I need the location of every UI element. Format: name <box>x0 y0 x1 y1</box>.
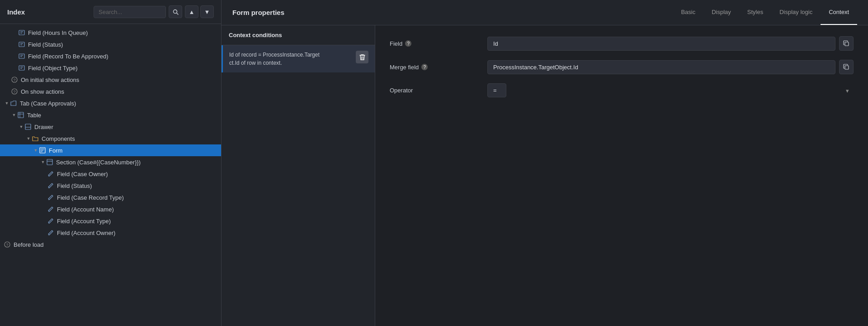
tree-item-tab-case-approvals[interactable]: ▼ Tab (Case Approvals) <box>0 97 221 109</box>
tree-item-label: Form <box>49 147 217 154</box>
field-input-wrap <box>487 36 854 51</box>
caret-icon: ▼ <box>11 112 17 118</box>
tab-display-logic[interactable]: Display logic <box>771 0 821 25</box>
condition-text: Id of record = ProcessInstance.Targetct.… <box>229 51 352 67</box>
merge-field-label: Merge field ? <box>390 64 480 71</box>
delete-condition-button[interactable] <box>356 51 368 63</box>
tree-item-section[interactable]: ▼ Section (Case#{{CaseNumber}}) <box>0 156 221 168</box>
tree-item-label: On show actions <box>21 88 217 95</box>
form-properties-title: Form properties <box>232 9 284 16</box>
tree-item-initial-show-actions[interactable]: ? On initial show actions <box>0 74 221 86</box>
tree-item-label: Field (Account Owner) <box>57 230 217 236</box>
conditions-panel: Context conditions Id of record = Proces… <box>222 25 375 326</box>
tree-item-field-account-type[interactable]: Field (Account Type) <box>0 215 221 227</box>
tree-item-field-case-record-type[interactable]: Field (Case Record Type) <box>0 192 221 203</box>
tree-item-label: Drawer <box>34 124 217 130</box>
merge-field-input-wrap <box>487 60 854 74</box>
help-icon: ? <box>4 241 11 248</box>
field-edit-icon <box>47 194 54 201</box>
tree-container: Field (Hours In Queue) Field (Status) Fi… <box>0 24 221 326</box>
field-edit-icon <box>47 206 54 213</box>
field-copy-button[interactable] <box>839 36 854 51</box>
help-icon: ? <box>11 76 18 83</box>
properties-panel: Field ? Merge field ? <box>375 25 868 326</box>
tab-styles[interactable]: Styles <box>739 0 771 25</box>
search-area: ▲ ▼ <box>94 5 214 18</box>
svg-rect-5 <box>19 42 24 47</box>
caret-icon: ▼ <box>40 159 46 165</box>
tree-item-show-actions[interactable]: ? On show actions <box>0 86 221 97</box>
tab-icon <box>10 100 17 107</box>
tree-item-form[interactable]: ▼ Form <box>0 144 221 156</box>
tree-item-label: Field (Account Type) <box>57 218 217 225</box>
svg-text:?: ? <box>6 243 8 247</box>
field-icon <box>18 53 25 60</box>
right-content: Context conditions Id of record = Proces… <box>222 25 868 326</box>
tree-item-field-record-approved[interactable]: Field (Record To Be Approved) <box>0 50 221 62</box>
tree-item-field-hours-queue[interactable]: Field (Hours In Queue) <box>0 27 221 38</box>
tab-display[interactable]: Display <box>703 0 739 25</box>
tree-item-field-object-type[interactable]: Field (Object Type) <box>0 62 221 74</box>
tab-context[interactable]: Context <box>821 0 857 25</box>
arrow-up-button[interactable]: ▲ <box>185 5 198 18</box>
svg-text:?: ? <box>13 78 15 82</box>
search-button[interactable] <box>169 5 182 18</box>
search-input[interactable] <box>94 6 166 18</box>
field-help-icon[interactable]: ? <box>405 40 411 47</box>
svg-line-1 <box>176 13 178 14</box>
svg-text:?: ? <box>13 90 15 94</box>
right-panel: Form properties Basic Display Styles Dis… <box>222 0 868 326</box>
tree-item-before-load[interactable]: ? Before load <box>0 239 221 250</box>
search-input-wrap <box>94 6 166 18</box>
svg-rect-27 <box>47 159 52 165</box>
tree-item-label: Field (Hours In Queue) <box>28 29 217 36</box>
caret-icon: ▼ <box>25 135 32 142</box>
tree-item-field-status-2[interactable]: Field (Status) <box>0 180 221 192</box>
operator-select-wrap: = != < > <= >= <box>487 83 854 97</box>
arrow-down-button[interactable]: ▼ <box>200 5 214 18</box>
tree-item-field-account-owner[interactable]: Field (Account Owner) <box>0 227 221 239</box>
left-panel: Index ▲ ▼ Field (Hours In Que <box>0 0 222 326</box>
index-title: Index <box>7 8 25 16</box>
caret-icon: ▼ <box>18 124 24 130</box>
tree-item-label: Before load <box>14 241 217 248</box>
tree-item-label: Field (Status) <box>28 41 217 48</box>
drawer-icon <box>24 123 32 130</box>
field-icon <box>18 29 25 36</box>
field-label: Field ? <box>390 40 480 47</box>
field-edit-icon <box>47 182 54 189</box>
operator-select[interactable]: = != < > <= >= <box>487 83 506 97</box>
merge-field-prop-row: Merge field ? <box>390 60 854 74</box>
merge-field-help-icon[interactable]: ? <box>421 64 428 70</box>
tree-item-field-case-owner[interactable]: Field (Case Owner) <box>0 168 221 180</box>
field-edit-icon <box>47 229 54 236</box>
tree-item-label: Field (Case Record Type) <box>57 194 217 201</box>
section-icon <box>46 158 53 166</box>
tree-item-components[interactable]: ▼ Components <box>0 133 221 144</box>
tree-item-field-account-name[interactable]: Field (Account Name) <box>0 203 221 215</box>
merge-field-input[interactable] <box>487 60 835 74</box>
tree-item-label: Field (Status) <box>57 182 217 189</box>
tree-item-label: On initial show actions <box>21 77 217 83</box>
table-icon <box>17 111 24 119</box>
tree-item-label: Field (Record To Be Approved) <box>28 53 217 60</box>
tree-item-field-status-1[interactable]: Field (Status) <box>0 38 221 50</box>
field-prop-row: Field ? <box>390 36 854 51</box>
merge-field-copy-button[interactable] <box>839 60 854 74</box>
field-edit-icon <box>47 217 54 225</box>
tab-basic[interactable]: Basic <box>673 0 703 25</box>
condition-item[interactable]: Id of record = ProcessInstance.Targetct.… <box>222 45 375 72</box>
tree-item-label: Table <box>27 112 217 119</box>
svg-rect-39 <box>845 42 849 46</box>
form-icon <box>39 147 46 154</box>
field-icon <box>18 64 25 72</box>
svg-rect-11 <box>19 66 24 70</box>
help-icon: ? <box>11 88 18 95</box>
tree-item-table[interactable]: ▼ Table <box>0 109 221 121</box>
caret-icon: ▼ <box>33 147 39 153</box>
tree-item-drawer[interactable]: ▼ Drawer <box>0 121 221 133</box>
field-input[interactable] <box>487 37 835 51</box>
right-header: Form properties Basic Display Styles Dis… <box>222 0 868 25</box>
caret-icon: ▼ <box>4 100 10 106</box>
svg-rect-2 <box>19 30 24 35</box>
